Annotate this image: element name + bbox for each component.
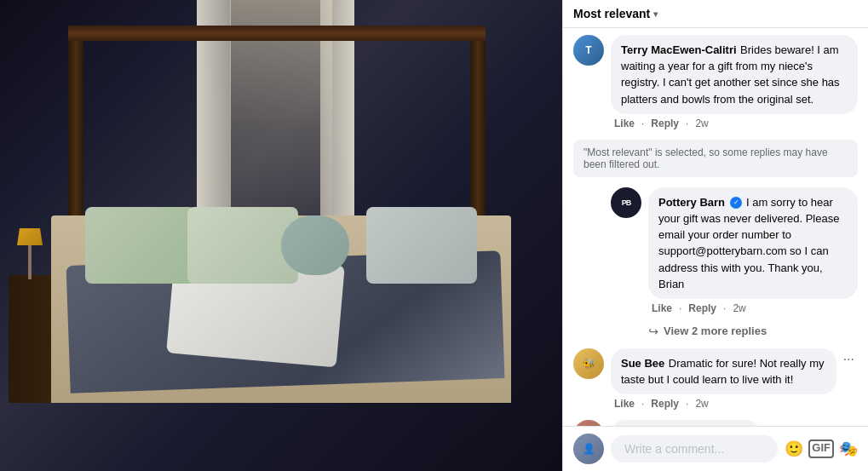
comment-content-pb: Pottery Barn ✓ I am sorry to hear your g… bbox=[648, 187, 858, 314]
comments-list: T Terry MacEwen-Calitri Brides beware! I… bbox=[563, 28, 868, 426]
comment-text-pb: I am sorry to hear your gift was never d… bbox=[658, 196, 839, 290]
comment-input-placeholder: Write a comment... bbox=[624, 442, 724, 456]
view-more-replies[interactable]: ↩ View 2 more replies bbox=[648, 325, 858, 338]
reply-terry[interactable]: Reply bbox=[651, 118, 679, 129]
comment-actions-pb: Like · Reply · 2w bbox=[648, 302, 858, 314]
reply-arrow-icon: ↩ bbox=[648, 325, 658, 338]
like-terry[interactable]: Like bbox=[614, 118, 635, 129]
avatar-current-user: 👤 bbox=[573, 434, 604, 464]
pb-reply-section: PB Pottery Barn ✓ I am sorry to hear you… bbox=[611, 187, 858, 338]
comment-actions-terry: Like · Reply · 2w bbox=[611, 118, 858, 129]
comment-bubble-terry: Terry MacEwen-Calitri Brides beware! I a… bbox=[611, 35, 858, 114]
comment-bubble-pb: Pottery Barn ✓ I am sorry to hear your g… bbox=[648, 187, 858, 299]
comment-input[interactable]: Write a comment... bbox=[611, 435, 778, 462]
comment-bubble-sue: Sue Bee Dramatic for sure! Not really my… bbox=[611, 348, 836, 394]
comment-sue: 🐝 Sue Bee Dramatic for sure! Not really … bbox=[573, 348, 858, 410]
comment-author-sue: Sue Bee bbox=[621, 357, 664, 370]
like-pb[interactable]: Like bbox=[652, 302, 672, 314]
reply-sue[interactable]: Reply bbox=[651, 398, 679, 410]
comment-author-pb: Pottery Barn bbox=[658, 196, 725, 209]
comment-author-terry: Terry MacEwen-Calitri bbox=[621, 43, 737, 56]
gif-icon[interactable]: GIF bbox=[808, 439, 834, 458]
emoji-icon[interactable]: 🙂 bbox=[785, 439, 803, 458]
comments-panel: Most relevant ▾ T Terry MacEwen-Calitri … bbox=[562, 0, 868, 471]
avatar-pb: PB bbox=[611, 187, 641, 218]
time-terry: 2w bbox=[695, 118, 708, 129]
time-sue: 2w bbox=[695, 398, 708, 410]
reply-input-area: 👤 Write a comment... 🙂 GIF 🎭 bbox=[563, 426, 868, 471]
comment-content-aida: Aida Grigorian Gorgeous 👍❤️ 2 Like · Rep… bbox=[611, 420, 858, 426]
comment-pb: PB Pottery Barn ✓ I am sorry to hear you… bbox=[611, 187, 858, 314]
filtered-message: "Most relevant" is selected, so some rep… bbox=[573, 140, 858, 177]
bedroom-image bbox=[0, 0, 562, 471]
like-sue[interactable]: Like bbox=[614, 398, 635, 410]
sticker-icon[interactable]: 🎭 bbox=[839, 439, 858, 458]
comment-bubble-aida: Aida Grigorian Gorgeous bbox=[611, 420, 761, 426]
view-more-text: View 2 more replies bbox=[664, 325, 767, 337]
comments-header: Most relevant ▾ bbox=[563, 0, 868, 28]
comment-aida: 👩 Aida Grigorian Gorgeous 👍❤️ 2 Like · bbox=[573, 420, 858, 426]
sort-chevron: ▾ bbox=[653, 9, 658, 19]
comment-actions-sue: Like · Reply · 2w bbox=[611, 398, 858, 410]
avatar-aida: 👩 bbox=[573, 420, 604, 426]
comment-terry: T Terry MacEwen-Calitri Brides beware! I… bbox=[573, 35, 858, 129]
verified-icon: ✓ bbox=[730, 197, 742, 209]
options-menu-sue[interactable]: ··· bbox=[840, 348, 858, 370]
sort-label: Most relevant bbox=[573, 7, 650, 20]
comment-content-sue: Sue Bee Dramatic for sure! Not really my… bbox=[611, 348, 858, 410]
avatar-terry: T bbox=[573, 35, 604, 66]
comment-content-terry: Terry MacEwen-Calitri Brides beware! I a… bbox=[611, 35, 858, 129]
avatar-sue: 🐝 bbox=[573, 348, 604, 379]
time-pb: 2w bbox=[733, 302, 745, 314]
sort-dropdown[interactable]: Most relevant ▾ bbox=[573, 7, 658, 20]
reply-pb[interactable]: Reply bbox=[688, 302, 716, 314]
input-actions: 🙂 GIF 🎭 bbox=[785, 439, 858, 458]
